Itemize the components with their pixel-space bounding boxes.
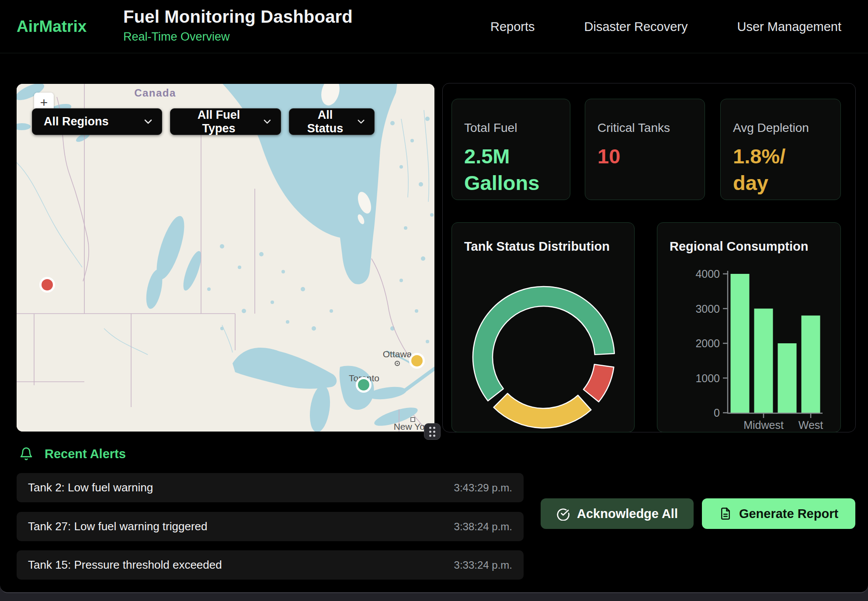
alert-row[interactable]: Tank 27: Low fuel warning triggered 3:38… [17,512,524,541]
alert-text: Tank 15: Pressure threshold exceeded [28,558,222,572]
nav-disaster-recovery[interactable]: Disaster Recovery [584,20,688,34]
alert-text: Tank 2: Low fuel warning [28,481,153,494]
dashboard-page: AirMatrix Fuel Monitoring Dashboard Real… [0,0,868,593]
stat-value: 2.5M Gallons [464,143,558,196]
region-filter-dropdown[interactable]: All Regions [32,108,162,135]
stat-card-avg-depletion: Avg Depletion 1.8%/day [720,99,841,200]
stat-card-total-fuel: Total Fuel 2.5M Gallons [451,99,570,200]
bell-icon [19,446,33,461]
alerts-header: Recent Alerts [19,446,126,461]
tank-status-card: Tank Status Distribution [451,222,635,432]
fuel-type-filter-value: All Fuel Types [182,108,256,135]
alert-row[interactable]: Tank 2: Low fuel warning 3:43:29 p.m. [17,473,524,502]
stat-value: 1.8%/day [733,143,791,196]
app-container: AirMatrix Fuel Monitoring Dashboard Real… [0,0,868,593]
regional-consumption-bar-chart: 01000200030004000MidwestWest [657,223,841,433]
page-subtitle: Real-Time Overview [123,30,353,44]
tank-marker-critical[interactable] [41,278,54,292]
status-filter-value: All Status [301,108,350,135]
page-title: Fuel Monitoring Dashboard [123,7,353,27]
svg-text:Canada: Canada [134,87,176,99]
nav-user-management[interactable]: User Management [737,20,841,34]
map-filters: All Regions All Fuel Types All Status [32,108,375,135]
title-block: Fuel Monitoring Dashboard Real-Time Over… [123,7,353,44]
status-filter-dropdown[interactable]: All Status [289,108,375,135]
chevron-down-icon [358,119,365,124]
svg-text:2000: 2000 [695,337,720,349]
svg-text:Midwest: Midwest [743,419,784,431]
svg-text:4000: 4000 [695,268,720,280]
fuel-map[interactable]: CanadaOttawaTorontoNew York + − All Regi… [17,84,434,432]
main-nav: Reports Disaster Recovery User Managemen… [490,0,841,53]
stats-panel: Total Fuel 2.5M Gallons Critical Tanks 1… [442,83,856,432]
region-filter-value: All Regions [44,115,109,128]
regional-consumption-card: Regional Consumption 01000200030004000Mi… [657,222,841,432]
svg-text:Ottawa: Ottawa [383,349,412,359]
alerts-title: Recent Alerts [45,447,126,461]
document-icon [719,507,732,520]
map-region: CanadaOttawaTorontoNew York + − All Regi… [17,84,434,432]
svg-text:3000: 3000 [695,303,720,315]
app-header: AirMatrix Fuel Monitoring Dashboard Real… [0,0,868,53]
tank-marker-normal[interactable] [357,378,371,392]
svg-text:1000: 1000 [695,372,720,384]
alert-text: Tank 27: Low fuel warning triggered [28,520,207,533]
acknowledge-all-label: Acknowledge All [577,507,678,521]
alert-row[interactable]: Tank 15: Pressure threshold exceeded 3:3… [17,550,524,580]
fuel-type-filter-dropdown[interactable]: All Fuel Types [170,108,281,135]
nav-reports[interactable]: Reports [490,20,535,34]
alert-time: 3:38:24 p.m. [454,521,512,533]
svg-text:0: 0 [714,407,720,419]
map-canvas: CanadaOttawaTorontoNew York [17,84,434,432]
generate-report-label: Generate Report [739,507,838,521]
acknowledge-all-button[interactable]: Acknowledge All [541,498,694,529]
check-circle-icon [556,507,570,521]
chevron-down-icon [264,119,271,124]
stat-card-critical-tanks: Critical Tanks 10 [585,99,705,200]
new-york-city-dot [411,418,415,421]
stat-label: Critical Tanks [597,121,692,135]
stat-label: Total Fuel [464,121,558,135]
stat-label: Avg Depletion [733,121,828,135]
svg-text:West: West [799,419,823,431]
tank-marker-warning[interactable] [410,354,424,368]
chevron-down-icon [144,119,152,124]
tank-status-donut-chart [452,223,635,433]
map-resize-handle[interactable] [424,423,441,440]
alert-time: 3:43:29 p.m. [454,482,512,494]
alert-time: 3:33:24 p.m. [454,559,512,571]
app-logo[interactable]: AirMatrix [17,0,87,53]
stat-value: 10 [597,143,692,169]
generate-report-button[interactable]: Generate Report [702,498,855,529]
